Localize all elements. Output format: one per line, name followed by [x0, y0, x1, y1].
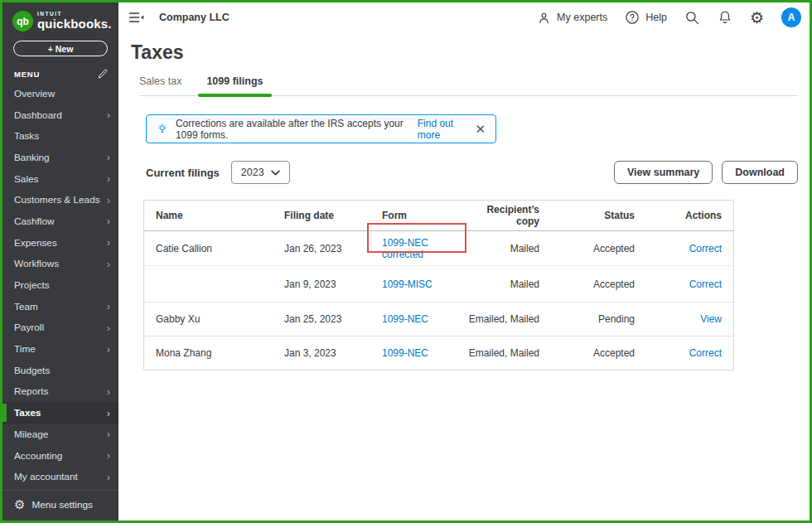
sidebar-item-projects[interactable]: Projects › [2, 274, 118, 296]
form-link[interactable]: 1099-NEC [382, 313, 428, 325]
banner-text: Corrections are available after the IRS … [176, 118, 408, 141]
chevron-right-icon: › [107, 195, 110, 206]
sidebar-item-cashflow[interactable]: Cashflow › [2, 211, 118, 232]
chevron-right-icon: › [107, 173, 110, 184]
sidebar-item-workflows[interactable]: Workflows › [2, 254, 118, 275]
col-header-name: Name [156, 210, 284, 221]
qb-logo-icon: qb [12, 11, 33, 31]
company-name: Company LLC [159, 12, 230, 23]
chevron-right-icon: › [107, 109, 110, 120]
chevron-right-icon: › [107, 237, 110, 248]
gear-icon: ⚙ [14, 498, 25, 511]
col-header-filing-date: Filing date [284, 210, 382, 221]
main-area: Company LLC My experts Help [118, 2, 810, 521]
menu-settings-button[interactable]: ⚙ Menu settings [2, 490, 118, 521]
sidebar-item-overview[interactable]: Overview › [2, 83, 118, 104]
col-header-form: Form [382, 210, 465, 221]
table-header-row: Name Filing date Form Recipient’s copy S… [144, 201, 733, 231]
sidebar-collapse-icon[interactable] [128, 11, 145, 24]
chevron-right-icon: › [107, 450, 110, 461]
new-button[interactable]: + New [13, 41, 108, 56]
chevron-right-icon: › [107, 472, 110, 482]
col-header-status: Status [539, 210, 635, 221]
help-icon [625, 10, 640, 25]
sidebar-item-sales[interactable]: Sales › [2, 168, 118, 190]
chevron-down-icon [271, 170, 280, 176]
sidebar-item-time[interactable]: Time › [2, 338, 118, 360]
action-link[interactable]: Correct [689, 347, 722, 359]
sidebar: qb INTUIT quickbooks. + New MENU Overvie… [2, 2, 118, 521]
sidebar-item-taxes[interactable]: Taxes › [2, 402, 118, 424]
tab-bar: Sales tax 1099 filings [139, 75, 798, 96]
tab-sales-tax[interactable]: Sales tax [139, 75, 181, 95]
sidebar-item-tasks[interactable]: Tasks › [2, 125, 118, 147]
chevron-right-icon: › [107, 152, 110, 162]
sidebar-item-reports[interactable]: Reports › [2, 381, 118, 403]
close-icon[interactable]: ✕ [475, 123, 486, 135]
app-window: qb INTUIT quickbooks. + New MENU Overvie… [0, 0, 812, 523]
status-text: Pending [539, 313, 635, 325]
table-row: Gabby Xu Jan 25, 2023 1099-NEC Emailed, … [144, 302, 733, 336]
avatar[interactable]: A [781, 7, 801, 27]
lightbulb-icon [157, 122, 168, 136]
search-icon[interactable] [684, 10, 700, 26]
status-text: Accepted [539, 243, 635, 254]
form-link[interactable]: 1099-NEC corrected [382, 237, 428, 260]
sidebar-item-dashboard[interactable]: Dashboard › [2, 104, 118, 126]
sidebar-item-payroll[interactable]: Payroll › [2, 317, 118, 339]
form-link[interactable]: 1099-MISC [382, 278, 433, 290]
sidebar-item-budgets[interactable]: Budgets › [2, 360, 118, 381]
chevron-right-icon: › [107, 408, 110, 419]
menu-heading: MENU [14, 70, 40, 79]
sidebar-item-banking[interactable]: Banking › [2, 147, 118, 168]
person-icon [537, 11, 551, 25]
filings-table: Name Filing date Form Recipient’s copy S… [143, 200, 734, 370]
view-summary-button[interactable]: View summary [614, 161, 713, 184]
download-button[interactable]: Download [722, 161, 798, 184]
chevron-right-icon: › [107, 429, 110, 439]
status-text: Accepted [539, 278, 635, 290]
topbar: Company LLC My experts Help [118, 2, 810, 32]
form-link[interactable]: 1099-NEC [382, 347, 428, 359]
tab-1099-filings[interactable]: 1099 filings [206, 75, 263, 95]
table-row: Jan 9, 2023 1099-MISC Mailed Accepted Co… [144, 265, 733, 302]
chevron-right-icon: › [107, 215, 110, 226]
action-link[interactable]: View [700, 313, 722, 325]
sidebar-nav: Overview › Dashboard › Tasks › Banking ›… [2, 83, 118, 490]
corrections-banner: Corrections are available after the IRS … [146, 114, 496, 143]
chevron-right-icon: › [107, 322, 110, 333]
sidebar-item-expenses[interactable]: Expenses › [2, 232, 118, 254]
sidebar-item-mileage[interactable]: Mileage › [2, 424, 118, 445]
sidebar-item-customers-leads[interactable]: Customers & Leads › [2, 189, 118, 211]
help-button[interactable]: Help [625, 10, 667, 25]
current-filings-label: Current filings [146, 167, 220, 179]
notifications-bell-icon[interactable] [718, 10, 732, 25]
action-link[interactable]: Correct [689, 278, 722, 290]
table-row: Mona Zhang Jan 3, 2023 1099-NEC Emailed,… [144, 336, 733, 370]
menu-settings-label: Menu settings [31, 499, 92, 511]
sidebar-item-team[interactable]: Team › [2, 296, 118, 317]
action-link[interactable]: Correct [689, 243, 722, 254]
table-row: Catie Callion Jan 26, 2023 1099-NEC corr… [144, 231, 733, 265]
chevron-right-icon: › [107, 344, 110, 355]
chevron-right-icon: › [107, 386, 110, 397]
sidebar-item-my-accountant[interactable]: My accountant › [2, 466, 118, 487]
table-body: Catie Callion Jan 26, 2023 1099-NEC corr… [144, 231, 733, 370]
settings-gear-icon[interactable]: ⚙ [750, 10, 764, 26]
col-header-actions: Actions [635, 210, 722, 221]
quickbooks-logo: qb INTUIT quickbooks. [2, 2, 118, 31]
chevron-right-icon: › [107, 259, 110, 269]
my-experts-button[interactable]: My experts [537, 11, 607, 25]
col-header-recipients-copy: Recipient’s copy [465, 204, 539, 227]
year-dropdown[interactable]: 2023 [231, 161, 290, 184]
status-text: Accepted [539, 347, 635, 359]
page-title: Taxes [131, 41, 810, 64]
quickbooks-wordmark: quickbooks. [37, 17, 112, 31]
find-out-more-link[interactable]: Find out more [418, 118, 468, 141]
filings-controls: Current filings 2023 View summary Downlo… [146, 161, 798, 184]
edit-pencil-icon[interactable] [97, 68, 109, 80]
chevron-right-icon: › [107, 301, 110, 312]
sidebar-item-accounting[interactable]: Accounting › [2, 445, 118, 467]
